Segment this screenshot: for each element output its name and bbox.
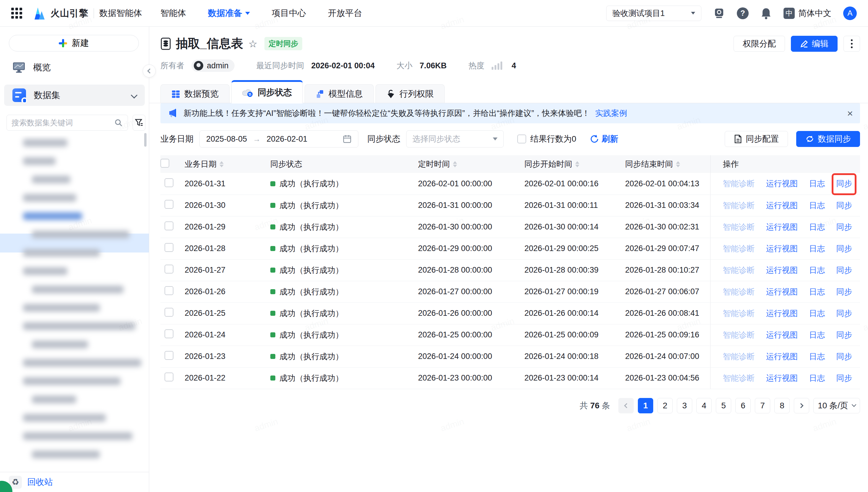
blurred-list-item[interactable]: [32, 176, 70, 183]
row-checkbox[interactable]: [164, 221, 174, 230]
action-smart-diagnosis[interactable]: 智能诊断: [723, 287, 755, 296]
action-log[interactable]: 日志: [809, 201, 825, 210]
sync-status-select[interactable]: 选择同步状态: [406, 130, 504, 148]
page-button-7[interactable]: 7: [755, 398, 770, 413]
blurred-list-item[interactable]: [23, 304, 100, 312]
row-checkbox[interactable]: [164, 308, 174, 317]
select-all-checkbox[interactable]: [160, 159, 169, 168]
action-log[interactable]: 日志: [809, 352, 825, 361]
row-checkbox[interactable]: [164, 329, 174, 338]
action-sync[interactable]: 同步: [836, 330, 852, 339]
sort-icon[interactable]: [453, 161, 457, 167]
action-run-view[interactable]: 运行视图: [766, 266, 798, 275]
blurred-list-item[interactable]: [23, 267, 68, 275]
more-actions-button[interactable]: [843, 36, 860, 52]
sidebar-item-overview[interactable]: 概览: [4, 57, 145, 78]
action-smart-diagnosis[interactable]: 智能诊断: [723, 179, 755, 188]
page-button-2[interactable]: 2: [657, 398, 673, 413]
workbench-icon[interactable]: [713, 7, 725, 19]
zero-rows-checkbox[interactable]: [517, 134, 526, 143]
action-sync[interactable]: 同步: [836, 223, 852, 231]
action-log[interactable]: 日志: [809, 244, 825, 253]
action-sync[interactable]: 同步: [836, 287, 852, 296]
page-button-1[interactable]: 1: [638, 398, 653, 413]
action-run-view[interactable]: 运行视图: [766, 309, 798, 318]
action-log[interactable]: 日志: [809, 330, 825, 339]
tab-data-preview[interactable]: 数据预览: [160, 84, 230, 103]
page-button-6[interactable]: 6: [735, 398, 751, 413]
action-run-view[interactable]: 运行视图: [766, 352, 798, 361]
blurred-list-item[interactable]: [23, 212, 82, 220]
nav-item-data-prep[interactable]: 数据准备: [208, 7, 250, 19]
blurred-list-item[interactable]: [23, 249, 100, 257]
dataset-filter-button[interactable]: [133, 115, 146, 131]
row-checkbox[interactable]: [164, 265, 174, 273]
zero-rows-filter[interactable]: 结果行数为0: [517, 133, 576, 145]
refresh-button[interactable]: 刷新: [590, 133, 619, 145]
action-smart-diagnosis[interactable]: 智能诊断: [723, 266, 755, 275]
row-checkbox[interactable]: [164, 243, 174, 252]
action-smart-diagnosis[interactable]: 智能诊断: [723, 330, 755, 339]
action-smart-diagnosis[interactable]: 智能诊断: [723, 244, 755, 253]
action-run-view[interactable]: 运行视图: [766, 201, 798, 210]
new-button[interactable]: 新建: [9, 35, 139, 51]
action-smart-diagnosis[interactable]: 智能诊断: [723, 309, 755, 318]
sidebar-item-recycle-bin[interactable]: ♻ 回收站: [0, 472, 149, 492]
action-log[interactable]: 日志: [809, 374, 825, 383]
sort-icon[interactable]: [676, 161, 680, 167]
user-avatar[interactable]: A: [843, 6, 857, 20]
blurred-list-item[interactable]: [32, 286, 124, 293]
row-checkbox[interactable]: [164, 200, 174, 209]
action-sync[interactable]: 同步: [836, 374, 852, 383]
app-launcher-icon[interactable]: [11, 8, 22, 19]
row-checkbox[interactable]: [164, 372, 174, 382]
date-end-value[interactable]: 2026-02-01: [266, 134, 307, 144]
page-size-select[interactable]: 10 条/页: [813, 398, 860, 413]
action-log[interactable]: 日志: [809, 287, 825, 296]
close-icon[interactable]: ×: [847, 108, 853, 118]
date-range-picker[interactable]: 2025-08-05 → 2026-02-01: [200, 130, 358, 148]
blurred-list-item[interactable]: [23, 157, 56, 165]
nav-item-project-center[interactable]: 项目中心: [272, 7, 306, 19]
tab-row-col-permission[interactable]: 行列权限: [375, 84, 445, 103]
action-sync[interactable]: 同步: [836, 201, 852, 210]
action-sync[interactable]: 同步: [836, 244, 852, 253]
blurred-list-item[interactable]: [23, 377, 121, 385]
favorite-star-icon[interactable]: ☆: [248, 38, 257, 50]
row-checkbox[interactable]: [164, 351, 174, 360]
action-run-view[interactable]: 运行视图: [766, 179, 798, 188]
action-run-view[interactable]: 运行视图: [766, 244, 798, 253]
action-log[interactable]: 日志: [809, 309, 825, 318]
edit-button[interactable]: 编辑: [791, 36, 838, 52]
blurred-list-item[interactable]: [32, 341, 88, 348]
blurred-list-item[interactable]: [23, 194, 76, 202]
assign-permission-button[interactable]: 权限分配: [734, 36, 785, 52]
date-start-value[interactable]: 2025-08-05: [206, 134, 247, 144]
blurred-list-item[interactable]: [32, 451, 100, 458]
prev-page-button[interactable]: [619, 398, 634, 413]
nav-item-open-platform[interactable]: 开放平台: [328, 7, 362, 19]
help-icon[interactable]: ?: [737, 7, 748, 19]
row-checkbox[interactable]: [164, 286, 174, 295]
page-button-3[interactable]: 3: [677, 398, 692, 413]
next-page-button[interactable]: [794, 398, 809, 413]
row-checkbox[interactable]: [164, 178, 174, 187]
blurred-list-item[interactable]: [23, 432, 132, 440]
action-log[interactable]: 日志: [809, 179, 825, 188]
action-log[interactable]: 日志: [809, 266, 825, 275]
action-smart-diagnosis[interactable]: 智能诊断: [723, 223, 755, 231]
action-smart-diagnosis[interactable]: 智能诊断: [723, 352, 755, 361]
page-button-8[interactable]: 8: [774, 398, 790, 413]
project-selector[interactable]: 验收测试项目1: [606, 6, 701, 21]
page-button-4[interactable]: 4: [696, 398, 712, 413]
blurred-list-item[interactable]: [32, 396, 76, 403]
blurred-list-item[interactable]: [32, 230, 129, 238]
action-smart-diagnosis[interactable]: 智能诊断: [723, 374, 755, 383]
action-sync[interactable]: 同步: [836, 352, 852, 361]
nav-item-agent[interactable]: 智能体: [160, 7, 186, 19]
action-log[interactable]: 日志: [809, 223, 825, 231]
notification-bell-icon[interactable]: [760, 7, 772, 19]
blurred-list-item[interactable]: [23, 359, 141, 367]
tab-model-info[interactable]: 模型信息: [305, 84, 374, 103]
sort-icon[interactable]: [219, 161, 223, 167]
